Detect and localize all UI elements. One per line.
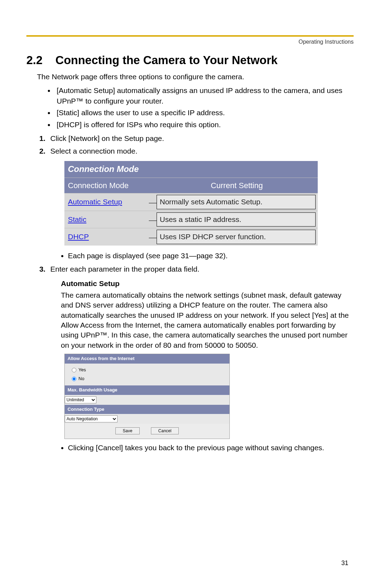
- dhcp-link[interactable]: DHCP: [68, 233, 89, 241]
- step-3-text: Enter each parameter in the proper data …: [50, 265, 200, 273]
- step-2: Select a connection mode. Connection Mod…: [48, 146, 354, 261]
- connector-line: [149, 203, 157, 203]
- step-3: Enter each parameter in the proper data …: [48, 264, 354, 453]
- section-title: 2.2 Connecting the Camera to Your Networ…: [26, 54, 354, 67]
- connection-type-select[interactable]: Auto Negotiation: [65, 415, 118, 422]
- option-item: [DHCP] is offered for ISPs who require t…: [55, 119, 354, 130]
- step-2-text: Select a connection mode.: [50, 147, 138, 155]
- connection-mode-row: Automatic Setup Normally sets Automatic …: [64, 193, 318, 211]
- connection-mode-row: DHCP Uses ISP DHCP server function.: [64, 228, 318, 245]
- step-1-text: Click [Network] on the Setup page.: [50, 134, 164, 142]
- page-number: 31: [341, 559, 348, 567]
- automatic-setup-link[interactable]: Automatic Setup: [68, 198, 122, 206]
- cancel-note-list: Clicking [Cancel] takes you back to the …: [68, 442, 354, 453]
- option-item: [Automatic Setup] automatically assigns …: [55, 85, 354, 106]
- connection-mode-head-right: Current Setting: [156, 178, 318, 194]
- bandwidth-select[interactable]: Unlimited: [65, 396, 96, 403]
- section-heading: Connecting the Camera to Your Network: [56, 54, 278, 67]
- settings-panel: Allow Access from the Internet Yes No Ma…: [64, 354, 230, 439]
- allow-access-no-radio[interactable]: [72, 377, 76, 381]
- option-item: [Static] allows the user to use a specif…: [55, 107, 354, 118]
- step-1: Click [Network] on the Setup page.: [48, 133, 354, 144]
- connection-mode-link-cell: Automatic Setup: [64, 194, 149, 210]
- automatic-setup-desc: Normally sets Automatic Setup.: [157, 195, 316, 209]
- connection-mode-desc-cell: Uses a static IP address.: [157, 211, 318, 228]
- allow-access-header: Allow Access from the Internet: [65, 354, 229, 364]
- allow-access-yes-row[interactable]: Yes: [72, 366, 226, 375]
- bandwidth-body: Unlimited: [65, 395, 229, 405]
- allow-access-body: Yes No: [65, 364, 229, 385]
- intro-text: The Network page offers three options to…: [37, 72, 354, 82]
- connection-type-header: Connection Type: [65, 405, 229, 414]
- allow-access-no-row[interactable]: No: [72, 375, 226, 383]
- connection-mode-desc-cell: Uses ISP DHCP server function.: [157, 228, 318, 245]
- static-link[interactable]: Static: [68, 215, 87, 223]
- static-desc: Uses a static IP address.: [157, 212, 316, 227]
- options-list: [Automatic Setup] automatically assigns …: [55, 85, 354, 130]
- cancel-button[interactable]: Cancel: [151, 427, 179, 434]
- connector-line: [149, 238, 157, 238]
- allow-access-yes-label: Yes: [78, 367, 86, 373]
- cancel-note: Clicking [Cancel] takes you back to the …: [68, 442, 354, 453]
- connector-line: [149, 221, 157, 221]
- header-right-label: Operating Instructions: [26, 39, 354, 45]
- connection-type-body: Auto Negotiation: [65, 414, 229, 424]
- dhcp-desc: Uses ISP DHCP server function.: [157, 230, 316, 244]
- step-2-note: Each page is displayed (see page 31—page…: [68, 250, 354, 261]
- automatic-setup-heading: Automatic Setup: [61, 278, 354, 289]
- connection-mode-title: Connection Mode: [64, 161, 318, 178]
- connection-mode-header-row: Connection Mode Current Setting: [64, 178, 318, 194]
- bandwidth-header: Max. Bandwidth Usage: [65, 385, 229, 395]
- header-rule: [26, 35, 354, 37]
- connection-mode-desc-cell: Normally sets Automatic Setup.: [157, 193, 318, 210]
- connection-mode-link-cell: DHCP: [64, 229, 149, 245]
- step-2-notes: Each page is displayed (see page 31—page…: [68, 250, 354, 261]
- settings-button-row: Save Cancel: [65, 424, 229, 439]
- connection-mode-table: Connection Mode Connection Mode Current …: [64, 161, 318, 246]
- allow-access-no-label: No: [78, 376, 84, 382]
- save-button[interactable]: Save: [115, 427, 140, 434]
- allow-access-yes-radio[interactable]: [72, 368, 76, 372]
- steps-list: Click [Network] on the Setup page. Selec…: [48, 133, 354, 453]
- connection-mode-row: Static Uses a static IP address.: [64, 211, 318, 228]
- connection-mode-head-left: Connection Mode: [64, 178, 156, 194]
- section-number: 2.2: [26, 54, 43, 67]
- automatic-setup-paragraph: The camera automatically obtains the net…: [61, 290, 354, 350]
- connection-mode-link-cell: Static: [64, 211, 149, 228]
